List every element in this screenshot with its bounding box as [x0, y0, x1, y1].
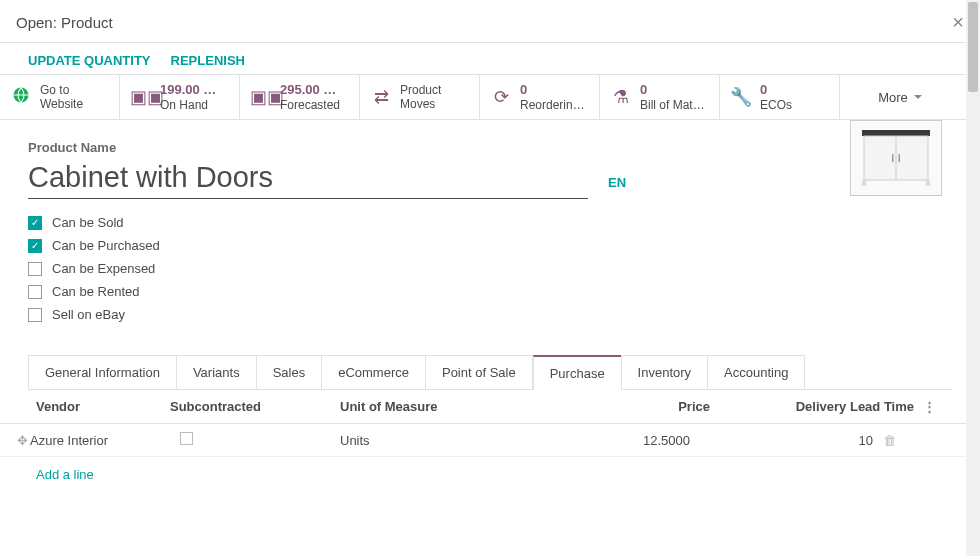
add-line-button[interactable]: Add a line — [0, 457, 980, 492]
globe-icon — [10, 86, 32, 109]
tab-pos[interactable]: Point of Sale — [425, 355, 533, 390]
bom-button[interactable]: ⚗ 0 Bill of Mat… — [600, 75, 720, 119]
can-be-expensed-label: Can be Expensed — [52, 261, 155, 276]
sell-on-ebay-checkbox[interactable] — [28, 308, 42, 322]
reordering-label: Reorderin… — [520, 98, 585, 112]
form-body: Product Name EN Can be Sold Can be Purch… — [0, 120, 980, 336]
col-price[interactable]: Price — [570, 399, 720, 414]
ecos-button[interactable]: 🔧 0 ECOs — [720, 75, 840, 119]
stat-bar: Go to Website ▣▣ 199.00 … On Hand ▣▣ 295… — [0, 74, 980, 120]
tab-accounting[interactable]: Accounting — [707, 355, 805, 390]
can-be-rented-checkbox[interactable] — [28, 285, 42, 299]
can-be-purchased-checkbox[interactable] — [28, 239, 42, 253]
modal-header: Open: Product × — [0, 0, 980, 42]
grid-header: Vendor Subcontracted Unit of Measure Pri… — [0, 390, 980, 424]
svg-rect-7 — [926, 180, 930, 186]
onhand-value: 199.00 … — [160, 82, 216, 98]
can-be-sold-checkbox[interactable] — [28, 216, 42, 230]
scrollbar[interactable] — [966, 0, 980, 556]
close-icon[interactable]: × — [952, 12, 964, 32]
tab-ecommerce[interactable]: eCommerce — [321, 355, 426, 390]
cell-vendor[interactable]: Azure Interior — [30, 433, 180, 448]
product-name-input[interactable] — [28, 159, 588, 199]
cell-subcontracted[interactable] — [180, 432, 340, 448]
moves-line2: Moves — [400, 97, 441, 111]
onhand-button[interactable]: ▣▣ 199.00 … On Hand — [120, 75, 240, 119]
flask-icon: ⚗ — [610, 86, 632, 108]
svg-rect-5 — [899, 154, 901, 162]
goto-website-line1: Go to — [40, 83, 83, 97]
product-image[interactable] — [850, 120, 942, 196]
product-name-label: Product Name — [28, 140, 952, 155]
vendor-grid: Vendor Subcontracted Unit of Measure Pri… — [0, 390, 980, 492]
forecasted-button[interactable]: ▣▣ 295.00 … Forecasted — [240, 75, 360, 119]
header-actions: UPDATE QUANTITY REPLENISH — [0, 43, 980, 74]
cell-uom[interactable]: Units — [340, 433, 570, 448]
more-label: More — [878, 90, 908, 105]
chevron-down-icon — [914, 95, 922, 99]
svg-rect-4 — [892, 154, 894, 162]
language-badge[interactable]: EN — [608, 175, 626, 190]
ecos-value: 0 — [760, 82, 792, 98]
cell-price[interactable]: 12.5000 — [570, 433, 700, 448]
can-be-expensed-checkbox[interactable] — [28, 262, 42, 276]
tab-variants[interactable]: Variants — [176, 355, 257, 390]
cell-lead-wrap[interactable]: 10 🗑 — [700, 433, 900, 448]
column-options-icon[interactable]: ⋮ — [920, 399, 950, 414]
more-button[interactable]: More — [840, 75, 960, 119]
col-uom[interactable]: Unit of Measure — [340, 399, 570, 414]
modal-title: Open: Product — [16, 14, 113, 31]
col-subcontracted[interactable]: Subcontracted — [170, 399, 340, 414]
forecasted-label: Forecasted — [280, 98, 340, 112]
reordering-value: 0 — [520, 82, 585, 98]
subcontracted-checkbox[interactable] — [180, 432, 193, 445]
bom-label: Bill of Mat… — [640, 98, 705, 112]
tabs: General Information Variants Sales eComm… — [28, 354, 952, 390]
cell-lead: 10 — [859, 433, 873, 448]
reordering-button[interactable]: ⟳ 0 Reorderin… — [480, 75, 600, 119]
can-be-rented-label: Can be Rented — [52, 284, 139, 299]
col-lead[interactable]: Delivery Lead Time — [720, 399, 920, 414]
can-be-purchased-label: Can be Purchased — [52, 238, 160, 253]
product-flags: Can be Sold Can be Purchased Can be Expe… — [28, 211, 952, 326]
trash-icon[interactable]: 🗑 — [883, 433, 896, 448]
table-row[interactable]: ✥ Azure Interior Units 12.5000 10 🗑 — [0, 424, 980, 457]
sell-on-ebay-label: Sell on eBay — [52, 307, 125, 322]
refresh-icon: ⟳ — [490, 86, 512, 108]
col-vendor[interactable]: Vendor — [0, 399, 170, 414]
svg-rect-6 — [862, 180, 866, 186]
scrollbar-thumb[interactable] — [968, 2, 978, 92]
cubes-icon: ▣▣ — [130, 86, 152, 108]
moves-line1: Product — [400, 83, 441, 97]
tab-sales[interactable]: Sales — [256, 355, 323, 390]
replenish-button[interactable]: REPLENISH — [171, 53, 245, 68]
ecos-label: ECOs — [760, 98, 792, 112]
can-be-sold-label: Can be Sold — [52, 215, 124, 230]
drag-handle-icon[interactable]: ✥ — [0, 433, 30, 448]
bom-value: 0 — [640, 82, 705, 98]
wrench-icon: 🔧 — [730, 86, 752, 108]
update-quantity-button[interactable]: UPDATE QUANTITY — [28, 53, 151, 68]
exchange-icon: ⇄ — [370, 86, 392, 108]
product-moves-button[interactable]: ⇄ Product Moves — [360, 75, 480, 119]
tab-purchase[interactable]: Purchase — [533, 355, 622, 390]
onhand-label: On Hand — [160, 98, 216, 112]
svg-rect-1 — [862, 130, 930, 136]
tab-general[interactable]: General Information — [28, 355, 177, 390]
goto-website-line2: Website — [40, 97, 83, 111]
tab-inventory[interactable]: Inventory — [621, 355, 708, 390]
forecasted-value: 295.00 … — [280, 82, 340, 98]
goto-website-button[interactable]: Go to Website — [0, 75, 120, 119]
cubes-icon: ▣▣ — [250, 86, 272, 108]
